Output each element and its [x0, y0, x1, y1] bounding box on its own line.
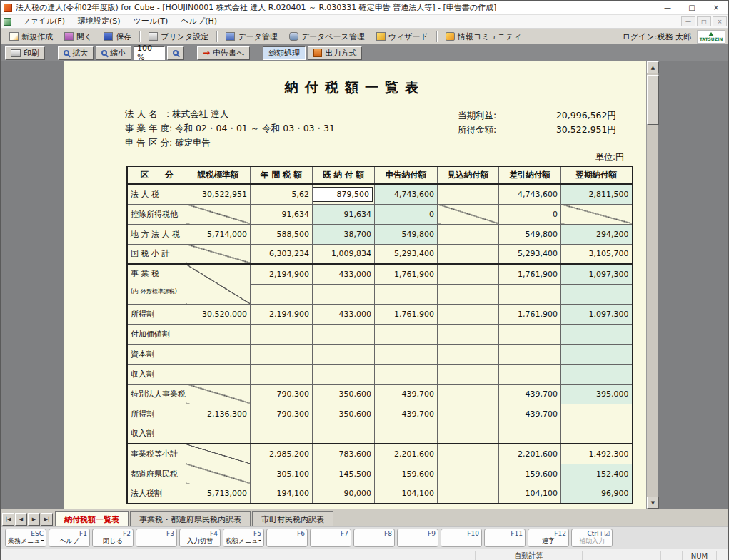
database-manage-button[interactable]: データベース管理: [283, 29, 371, 44]
amount-cell[interactable]: 2,811,500: [561, 184, 633, 204]
fn-key-ctrl[interactable]: Ctrl+☑補助入力: [571, 529, 613, 547]
fn-key-f5[interactable]: F5税額メニュー: [223, 529, 264, 547]
fn-key-esc[interactable]: ESC業務メニュー: [5, 529, 46, 547]
amount-cell[interactable]: [375, 344, 438, 364]
scroll-down-icon[interactable]: ▼: [647, 497, 659, 509]
maximize-icon[interactable]: □: [680, 1, 704, 15]
amount-cell[interactable]: 433,000: [313, 264, 375, 284]
amount-cell[interactable]: [438, 424, 499, 444]
resize-grip[interactable]: [717, 551, 728, 560]
amount-cell[interactable]: 5,713,000: [186, 484, 251, 504]
amount-cell[interactable]: [313, 364, 375, 384]
amount-cell[interactable]: [438, 284, 499, 304]
amount-cell[interactable]: [438, 364, 499, 384]
amount-cell[interactable]: 1,492,300: [561, 444, 633, 464]
amount-cell[interactable]: [375, 364, 438, 384]
tab-nav-next-icon[interactable]: ▶: [28, 513, 40, 526]
amount-cell[interactable]: [499, 424, 561, 444]
tab-nav-prev-icon[interactable]: ◀: [15, 513, 27, 526]
data-manage-button[interactable]: データ管理: [220, 29, 283, 44]
amount-cell[interactable]: 5,293,400: [499, 244, 561, 264]
amount-cell[interactable]: 4,743,600: [375, 184, 438, 204]
amount-cell[interactable]: [561, 404, 633, 424]
tab-nav-first-icon[interactable]: |◀: [2, 513, 14, 526]
amount-cell[interactable]: [313, 324, 375, 344]
amount-cell[interactable]: 305,100: [251, 464, 313, 484]
amount-cell[interactable]: [438, 344, 499, 364]
zoom-out-button[interactable]: 縮小: [96, 46, 131, 60]
amount-cell[interactable]: [375, 424, 438, 444]
amount-cell[interactable]: 1,009,834: [313, 244, 375, 264]
zoom-in-button[interactable]: 拡大: [58, 46, 94, 60]
amount-cell[interactable]: 790,300: [251, 384, 313, 404]
amount-cell[interactable]: [438, 244, 499, 264]
amount-cell[interactable]: 5,62: [251, 184, 313, 204]
amount-cell[interactable]: 2,194,900: [251, 304, 313, 324]
fn-key-f7[interactable]: F7: [310, 529, 351, 547]
amount-cell[interactable]: 96,900: [561, 484, 633, 504]
amount-cell[interactable]: 0: [499, 204, 561, 224]
zoom-level-field[interactable]: 100 %: [134, 46, 165, 60]
amount-edit-box[interactable]: 879,500: [313, 187, 373, 202]
amount-cell[interactable]: [499, 364, 561, 384]
tab-municipal-tax[interactable]: 市町村民税内訳表: [252, 511, 333, 526]
amount-cell[interactable]: [251, 344, 313, 364]
amount-cell[interactable]: 350,600: [313, 404, 375, 424]
wizard-button[interactable]: ウィザード: [371, 29, 434, 44]
amount-cell[interactable]: [438, 184, 499, 204]
amount-cell[interactable]: [251, 284, 313, 304]
amount-cell[interactable]: 5,714,000: [186, 224, 251, 244]
amount-cell[interactable]: 194,100: [251, 484, 313, 504]
amount-cell[interactable]: 152,400: [561, 464, 633, 484]
amount-cell[interactable]: [438, 404, 499, 424]
amount-cell[interactable]: 159,600: [375, 464, 438, 484]
child-minimize-icon[interactable]: —: [681, 16, 695, 26]
amount-cell[interactable]: [438, 444, 499, 464]
amount-cell[interactable]: 30,520,000: [186, 304, 251, 324]
amount-cell[interactable]: [186, 344, 251, 364]
amount-cell[interactable]: [313, 284, 375, 304]
amount-cell[interactable]: 2,985,200: [251, 444, 313, 464]
amount-cell[interactable]: 1,097,300: [561, 304, 633, 324]
amount-cell[interactable]: 2,194,900: [251, 264, 313, 284]
close-icon[interactable]: ×: [704, 1, 728, 15]
amount-cell[interactable]: [251, 324, 313, 344]
amount-cell[interactable]: [499, 284, 561, 304]
amount-cell[interactable]: 433,000: [313, 304, 375, 324]
amount-cell[interactable]: [375, 284, 438, 304]
minimize-icon[interactable]: —: [655, 1, 680, 15]
amount-cell[interactable]: 0: [375, 204, 438, 224]
amount-cell[interactable]: [561, 284, 633, 304]
amount-cell[interactable]: [186, 364, 251, 384]
printer-settings-button[interactable]: プリンタ設定: [143, 29, 214, 44]
amount-cell[interactable]: 4,743,600: [499, 184, 561, 204]
amount-cell[interactable]: 1,761,900: [375, 264, 438, 284]
amount-cell[interactable]: 3,105,700: [561, 244, 633, 264]
amount-cell[interactable]: 879,500: [313, 184, 375, 204]
amount-cell[interactable]: 104,100: [375, 484, 438, 504]
vertical-scrollbar[interactable]: ▲ ▼: [646, 61, 658, 509]
fn-key-f8[interactable]: F8: [353, 529, 395, 547]
amount-cell[interactable]: 439,700: [375, 404, 438, 424]
amount-cell[interactable]: [499, 324, 561, 344]
amount-cell[interactable]: 6,303,234: [251, 244, 313, 264]
amount-cell[interactable]: [561, 424, 633, 444]
fn-key-f9[interactable]: F9: [397, 529, 438, 547]
fn-key-f11[interactable]: F11: [484, 529, 526, 547]
scroll-up-icon[interactable]: ▲: [647, 61, 659, 73]
amount-cell[interactable]: [438, 384, 499, 404]
amount-cell[interactable]: 38,700: [313, 224, 375, 244]
amount-cell[interactable]: 549,800: [499, 224, 561, 244]
open-button[interactable]: 開く: [59, 29, 98, 44]
scrollbar-thumb[interactable]: [647, 75, 659, 125]
amount-cell[interactable]: 30,522,951: [186, 184, 251, 204]
amount-cell[interactable]: [499, 344, 561, 364]
amount-cell[interactable]: [251, 364, 313, 384]
amount-cell[interactable]: 2,201,600: [375, 444, 438, 464]
output-method-button[interactable]: 出力方式: [308, 46, 362, 60]
amount-cell[interactable]: [438, 464, 499, 484]
amount-cell[interactable]: 2,136,300: [186, 404, 251, 424]
amount-cell[interactable]: 549,800: [375, 224, 438, 244]
new-file-button[interactable]: 新規作成: [4, 29, 59, 44]
amount-cell[interactable]: [561, 324, 633, 344]
